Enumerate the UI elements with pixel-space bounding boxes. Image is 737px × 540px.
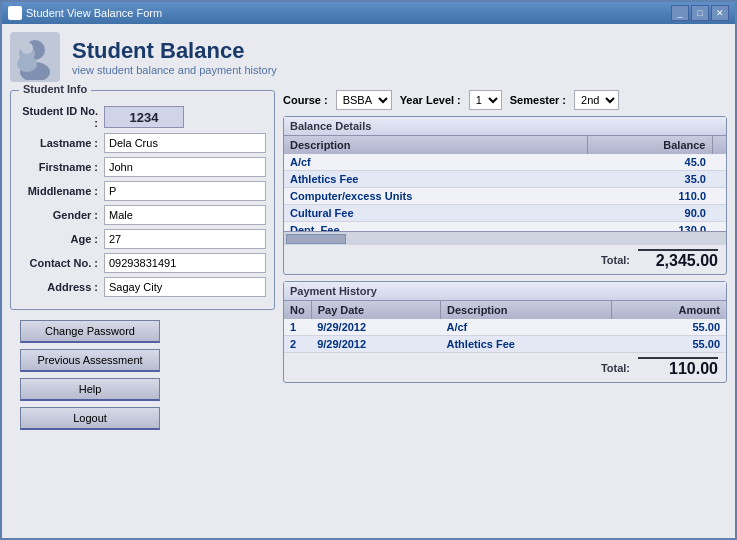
gender-row: Gender : [19, 205, 266, 225]
course-label: Course : [283, 94, 328, 106]
balance-table-row: Dept. Fee130.0 [284, 222, 726, 232]
payment-history-section: Payment History No Pay Date Description … [283, 281, 727, 383]
balance-details-section: Balance Details Description Balance [283, 116, 727, 275]
year-select[interactable]: 1 [469, 90, 502, 110]
middlename-label: Middlename : [19, 185, 104, 197]
payment-cell-date: 9/29/2012 [311, 319, 440, 336]
payment-cell-no: 1 [284, 319, 311, 336]
balance-table-wrapper: Description Balance A/cf45.0Athletics Fe… [284, 136, 726, 231]
address-label: Address : [19, 281, 104, 293]
balance-total-label: Total: [601, 254, 630, 266]
balance-col-balance: Balance [587, 136, 712, 154]
balance-col-description: Description [284, 136, 587, 154]
student-info-title: Student Info [19, 83, 91, 95]
age-label: Age : [19, 233, 104, 245]
balance-scrollbar-thumb [286, 234, 346, 244]
payment-table-wrapper: No Pay Date Description Amount 19/29/201… [284, 301, 726, 353]
page-header: Student Balance view student balance and… [10, 32, 727, 82]
payment-total-value: 110.00 [638, 357, 718, 378]
logout-button[interactable]: Logout [20, 407, 160, 430]
gender-label: Gender : [19, 209, 104, 221]
address-input[interactable] [104, 277, 266, 297]
svg-point-3 [21, 42, 33, 54]
balance-cell-amount: 35.0 [587, 171, 712, 188]
svg-point-4 [17, 56, 37, 72]
course-row: Course : BSBA Year Level : 1 Semester : … [283, 90, 727, 110]
close-button[interactable]: ✕ [711, 5, 729, 21]
payment-cell-date: 9/29/2012 [311, 336, 440, 353]
avatar [10, 32, 60, 82]
window-controls: _ □ ✕ [671, 5, 729, 21]
firstname-label: Firstname : [19, 161, 104, 173]
course-select[interactable]: BSBA [336, 90, 392, 110]
payment-cell-no: 2 [284, 336, 311, 353]
previous-assessment-button[interactable]: Previous Assessment [20, 349, 160, 372]
change-password-button[interactable]: Change Password [20, 320, 160, 343]
firstname-input[interactable] [104, 157, 266, 177]
payment-cell-amount: 55.00 [611, 336, 726, 353]
lastname-label: Lastname : [19, 137, 104, 149]
balance-details-title: Balance Details [284, 117, 726, 136]
balance-cell-description: Computer/excess Units [284, 188, 587, 205]
student-id-display: 1234 [104, 106, 184, 128]
contact-row: Contact No. : [19, 253, 266, 273]
year-label: Year Level : [400, 94, 461, 106]
left-panel: Student Info Student ID No. : 1234 Lastn… [10, 90, 275, 530]
balance-table-row: Athletics Fee35.0 [284, 171, 726, 188]
buttons-area: Change Password Previous Assessment Help… [10, 316, 275, 434]
balance-table-row: Cultural Fee90.0 [284, 205, 726, 222]
page-title: Student Balance [72, 38, 277, 64]
balance-horizontal-scrollbar[interactable] [284, 231, 726, 245]
contact-label: Contact No. : [19, 257, 104, 269]
payment-table: No Pay Date Description Amount 19/29/201… [284, 301, 726, 353]
middlename-input[interactable] [104, 181, 266, 201]
balance-cell-amount: 130.0 [587, 222, 712, 232]
payment-col-description: Description [441, 301, 612, 319]
payment-cell-amount: 55.00 [611, 319, 726, 336]
balance-cell-amount: 45.0 [587, 154, 712, 171]
payment-table-row: 19/29/2012A/cf55.00 [284, 319, 726, 336]
semester-label: Semester : [510, 94, 566, 106]
payment-history-title: Payment History [284, 282, 726, 301]
contact-input[interactable] [104, 253, 266, 273]
payment-table-row: 29/29/2012Athletics Fee55.00 [284, 336, 726, 353]
balance-cell-description: A/cf [284, 154, 587, 171]
balance-cell-description: Dept. Fee [284, 222, 587, 232]
middlename-row: Middlename : [19, 181, 266, 201]
payment-col-no: No [284, 301, 311, 319]
payment-total-row: Total: 110.00 [284, 353, 726, 382]
firstname-row: Firstname : [19, 157, 266, 177]
student-id-row: Student ID No. : 1234 [19, 105, 266, 129]
balance-table-row: A/cf45.0 [284, 154, 726, 171]
gender-input[interactable] [104, 205, 266, 225]
payment-cell-description: A/cf [441, 319, 612, 336]
payment-total-label: Total: [601, 362, 630, 374]
help-button[interactable]: Help [20, 378, 160, 401]
balance-scroll-col [712, 136, 726, 154]
student-id-label: Student ID No. : [19, 105, 104, 129]
age-row: Age : [19, 229, 266, 249]
balance-total-row: Total: 2,345.00 [284, 245, 726, 274]
address-row: Address : [19, 277, 266, 297]
payment-col-amount: Amount [611, 301, 726, 319]
content-area: Student Balance view student balance and… [2, 24, 735, 538]
balance-cell-description: Athletics Fee [284, 171, 587, 188]
semester-select[interactable]: 2nd [574, 90, 619, 110]
payment-cell-description: Athletics Fee [441, 336, 612, 353]
balance-table: Description Balance A/cf45.0Athletics Fe… [284, 136, 726, 231]
maximize-button[interactable]: □ [691, 5, 709, 21]
balance-table-row: Computer/excess Units110.0 [284, 188, 726, 205]
lastname-input[interactable] [104, 133, 266, 153]
main-window: Student View Balance Form _ □ ✕ Student … [0, 0, 737, 540]
page-subtitle: view student balance and payment history [72, 64, 277, 76]
balance-cell-amount: 90.0 [587, 205, 712, 222]
payment-col-date: Pay Date [311, 301, 440, 319]
window-title: Student View Balance Form [26, 7, 162, 19]
header-text: Student Balance view student balance and… [72, 38, 277, 76]
right-panel: Course : BSBA Year Level : 1 Semester : … [283, 90, 727, 530]
title-bar: Student View Balance Form _ □ ✕ [2, 2, 735, 24]
minimize-button[interactable]: _ [671, 5, 689, 21]
age-input[interactable] [104, 229, 266, 249]
title-bar-icon [8, 6, 22, 20]
lastname-row: Lastname : [19, 133, 266, 153]
